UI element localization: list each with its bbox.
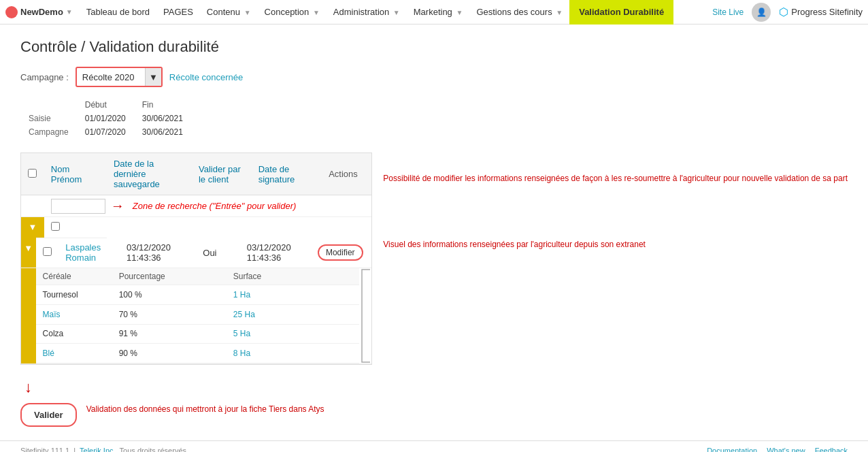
sub-surface-2: 5 Ha: [227, 324, 292, 344]
top-navigation: NewDemo ▼ Tableau de bord PAGES Contenu …: [0, 0, 868, 25]
date-debut-saisie: 01/01/2020: [77, 112, 134, 125]
sub-empty-2: [205, 324, 227, 344]
date-col-empty: [20, 98, 77, 112]
sub-table-row: Céréale Pourcentage Surface: [21, 268, 371, 364]
footer-feedback-link[interactable]: Feedback: [815, 447, 848, 452]
campaign-label: Campagne :: [20, 72, 69, 82]
progress-brand: ⬡ Progress Sitefinity: [779, 5, 863, 18]
modifier-button[interactable]: Modifier: [318, 244, 363, 261]
row-date-save: 03/12/2020 11:43:36: [120, 238, 196, 268]
date-label-campagne: Campagne: [20, 125, 77, 139]
brand-arrow-icon: ▼: [66, 8, 73, 16]
nav-marketing-arrow-icon: ▼: [456, 9, 463, 16]
sub-table: Céréale Pourcentage Surface: [36, 268, 360, 364]
nav-gestions-arrow-icon: ▼: [556, 9, 563, 16]
sub-surface-3: 8 Ha: [227, 344, 292, 364]
row-check-col: [36, 238, 59, 268]
select-all-checkbox[interactable]: [28, 169, 37, 178]
sub-actions-3: [291, 344, 359, 364]
data-row-laspales: ▼ Laspales Romain 03/12/2020 11:43:36 Ou…: [21, 238, 371, 268]
brand[interactable]: NewDemo ▼: [5, 6, 73, 18]
sub-surface-0: 1 Ha: [227, 285, 292, 305]
nav-pages[interactable]: PAGES: [156, 0, 200, 25]
row-nom: Laspales Romain: [59, 238, 120, 268]
search-row-content: → Zone de recherche ("Entrée" pour valid…: [44, 195, 372, 217]
sub-table-col: Céréale Pourcentage Surface: [36, 268, 372, 364]
nav-contenu[interactable]: Contenu ▼: [200, 0, 258, 25]
nav-validation-durabilite[interactable]: Validation Durabilité: [569, 0, 673, 25]
campaign-dropdown-button[interactable]: ▼: [145, 68, 161, 86]
date-row-campagne: Campagne 01/07/2020 30/06/2021: [20, 125, 191, 139]
row-date-sign: 03/12/2020 11:43:36: [240, 238, 311, 268]
date-row-saisie: Saisie 01/01/2020 30/06/2021: [20, 112, 191, 125]
valider-button[interactable]: Valider: [20, 403, 77, 427]
down-arrow-row: ↓: [20, 378, 372, 396]
sub-empty-3: [205, 344, 227, 364]
avatar-icon: 👤: [756, 7, 767, 17]
search-row-check-cell: [21, 195, 44, 217]
row-check-cell: [44, 217, 107, 238]
row-nom-link[interactable]: Laspales Romain: [65, 242, 101, 263]
sub-empty-0: [205, 285, 227, 305]
topnav-right: Site Live 👤 ⬡ Progress Sitefinity: [712, 3, 863, 22]
data-row-checkbox[interactable]: [43, 247, 52, 256]
user-avatar[interactable]: 👤: [752, 3, 771, 22]
nav-conception-arrow-icon: ▼: [313, 9, 320, 16]
visuel-annotation-block: Visuel des informations renseignées par …: [383, 239, 848, 251]
page-title: Contrôle / Validation durabilité: [20, 38, 848, 56]
valider-annotation: Validation des données qui mettront à jo…: [86, 403, 324, 415]
th-nom: Nom Prénom: [44, 153, 107, 195]
brand-dot-icon: [5, 6, 18, 18]
sub-pct-3: 90 %: [112, 344, 205, 364]
brand-label: NewDemo: [20, 7, 63, 17]
row-valider: Oui: [196, 238, 239, 268]
th-date-sign: Date de signature: [252, 153, 322, 195]
nav-conception[interactable]: Conception ▼: [258, 0, 327, 25]
footer: Sitefinity 111.1 | Telerik Inc. Tous dro…: [0, 440, 868, 452]
sub-pct-1: 70 %: [112, 304, 205, 324]
expand-toggle-cell[interactable]: ▼: [21, 217, 44, 238]
date-col-fin: Fin: [134, 98, 191, 112]
search-row-inner: → Zone de recherche ("Entrée" pour valid…: [51, 198, 365, 214]
progress-logo-icon: ⬡: [779, 5, 788, 18]
footer-right: Documentation What's new Feedback: [707, 447, 848, 452]
sitelive-link[interactable]: Site Live: [712, 7, 744, 17]
campaign-link[interactable]: Récolte concernée: [169, 72, 243, 82]
search-input[interactable]: [51, 199, 105, 214]
th-actions: Actions: [322, 153, 371, 195]
nav-administration[interactable]: Administration ▼: [327, 0, 407, 25]
th-valider: Valider par le client: [192, 153, 252, 195]
th-date-save: Date de la dernière sauvegarde: [107, 153, 192, 195]
nav-marketing[interactable]: Marketing ▼: [407, 0, 470, 25]
footer-rights: Tous droits réservés: [120, 447, 186, 452]
campaign-select-wrapper: Récolte 2020 ▼: [76, 67, 163, 87]
modifier-annotation-block: Possibilité de modifier les informations…: [383, 173, 848, 184]
footer-whatsnew-link[interactable]: What's new: [767, 447, 805, 452]
sub-row-colza: Colza 91 % 5 Ha: [36, 324, 360, 344]
sub-th-surface: Surface: [227, 268, 292, 285]
down-arrow-icon: ↓: [24, 378, 32, 396]
annotations-column: Possibilité de modifier les informations…: [383, 152, 848, 251]
footer-telerik: Telerik Inc.: [80, 447, 116, 452]
campaign-row: Campagne : Récolte 2020 ▼ Récolte concer…: [20, 67, 848, 87]
page-content: Contrôle / Validation durabilité Campagn…: [0, 25, 868, 440]
sub-th-cereale: Céréale: [36, 268, 112, 285]
valider-section: Valider Validation des données qui mettr…: [20, 403, 372, 427]
expand-toggle-col[interactable]: ▼: [21, 238, 36, 268]
nav-gestions-des-cours[interactable]: Gestions des cours ▼: [469, 0, 569, 25]
sub-cereale-1: Maïs: [36, 304, 112, 324]
campaign-value: Récolte 2020: [77, 70, 145, 84]
sub-actions-0: [291, 285, 359, 305]
sub-actions-1: [291, 304, 359, 324]
table-row: ▼: [21, 217, 371, 238]
footer-documentation-link[interactable]: Documentation: [707, 447, 757, 452]
sub-cereale-2: Colza: [36, 324, 112, 344]
sub-th-empty: [205, 268, 227, 285]
date-fin-campagne: 30/06/2021: [134, 125, 191, 139]
sub-header-row: Céréale Pourcentage Surface: [36, 268, 360, 285]
nav-contenu-arrow-icon: ▼: [244, 9, 251, 16]
row-checkbox[interactable]: [51, 222, 60, 231]
expanded-main-table: ▼ Laspales Romain 03/12/2020 11:43:36 Ou…: [21, 238, 371, 364]
nav-tableau-de-bord[interactable]: Tableau de bord: [80, 0, 156, 25]
row-actions: Modifier: [311, 238, 371, 268]
